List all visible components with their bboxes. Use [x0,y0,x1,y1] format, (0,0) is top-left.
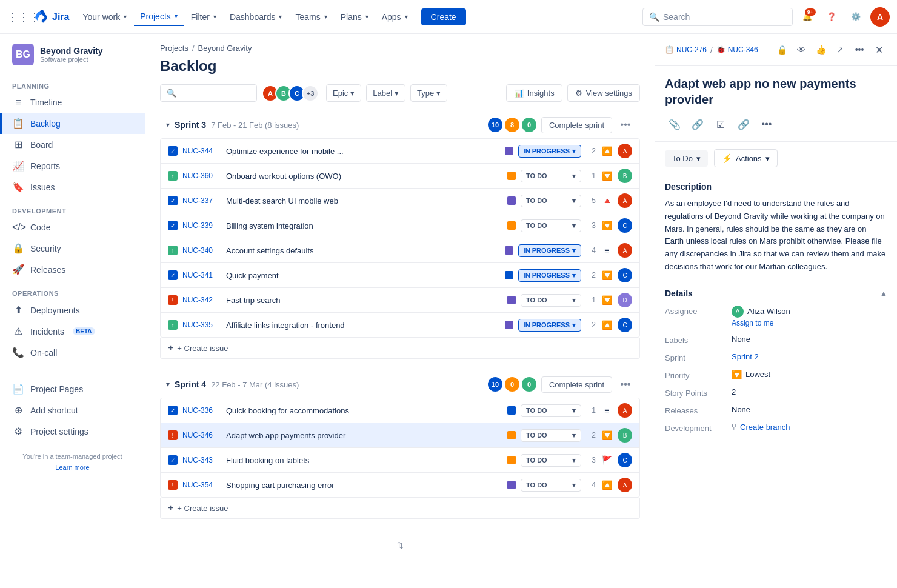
table-row[interactable]: ✓ NUC-339 Billing system integration TO … [161,213,639,238]
panel-close-btn[interactable]: ✕ [870,41,887,58]
table-row[interactable]: ! NUC-342 Fast trip search TO DO ▾ 1 🔽 D [161,288,639,313]
issue-key[interactable]: NUC-337 [182,196,221,205]
panel-more-btn[interactable]: ••• [851,41,868,58]
panel-lock-btn[interactable]: 🔒 [773,41,790,58]
resize-handle[interactable]: ⇅ [160,531,640,560]
table-row[interactable]: ✓ NUC-337 Multi-dest search UI mobile we… [161,189,639,213]
panel-like-btn[interactable]: 👍 [812,41,829,58]
panel-child-btn[interactable]: 🔗 [688,115,707,134]
sprint4-create-issue[interactable]: + + Create issue [160,498,640,519]
table-row[interactable]: ! NUC-346 Adapt web app payments provide… [161,423,639,448]
view-settings-button[interactable]: ⚙ View settings [567,84,640,102]
breadcrumb-project[interactable]: Beyond Gravity [198,44,252,53]
sidebar-learn-more[interactable]: Learn more [12,463,133,473]
search-filter-input[interactable] [180,89,250,98]
issue-status[interactable]: IN PROGRESS ▾ [518,269,581,282]
notifications-button[interactable]: 🔔 9+ [798,7,817,27]
plans-nav[interactable]: Plans ▾ [335,8,375,25]
issue-key[interactable]: NUC-335 [182,321,221,329]
status-dropdown[interactable]: To Do ▾ [665,150,708,167]
sidebar-item-add-shortcut[interactable]: ⊕ Add shortcut [0,399,145,421]
sidebar-item-project-settings[interactable]: ⚙ Project settings [0,421,145,442]
issue-key[interactable]: NUC-340 [182,246,221,255]
issue-status[interactable]: IN PROGRESS ▾ [518,319,581,332]
sidebar-item-deployments[interactable]: ⬆ Deployments [0,299,145,321]
issue-key[interactable]: NUC-343 [182,456,221,464]
help-button[interactable]: ❓ [822,7,841,27]
sidebar-item-reports[interactable]: 📈 Reports [0,155,145,176]
table-row[interactable]: ✓ NUC-341 Quick payment IN PROGRESS ▾ 2 … [161,263,639,288]
sidebar-item-security[interactable]: 🔒 Security [0,238,145,259]
insights-button[interactable]: 📊 Insights [506,84,562,102]
issue-key[interactable]: NUC-336 [182,406,221,415]
sidebar-item-backlog[interactable]: 📋 Backlog [0,113,145,134]
issue-key[interactable]: NUC-339 [182,221,221,230]
sidebar-item-releases[interactable]: 🚀 Releases [0,259,145,280]
table-row[interactable]: ! NUC-354 Shopping cart purchasing error… [161,473,639,497]
sidebar-item-code[interactable]: </> Code [0,217,145,238]
panel-link-btn[interactable]: 🔗 [734,115,753,134]
sprint3-create-issue[interactable]: + + Create issue [160,338,640,359]
teams-nav[interactable]: Teams ▾ [289,8,333,25]
sprint3-complete-button[interactable]: Complete sprint [541,117,612,133]
sidebar-item-incidents[interactable]: ⚠ Incidents BETA [0,321,145,342]
user-avatar[interactable]: A [870,7,890,27]
avatar-count[interactable]: +3 [302,85,319,102]
actions-dropdown[interactable]: ⚡ Actions ▾ [714,149,778,167]
search-box[interactable]: 🔍 Search [642,8,793,26]
create-branch-link[interactable]: Create branch [740,423,790,432]
label-filter[interactable]: Label ▾ [366,84,405,102]
issue-status[interactable]: TO DO ▾ [521,479,581,492]
table-row[interactable]: ✓ NUC-343 Fluid booking on tablets TO DO… [161,448,639,473]
type-filter[interactable]: Type ▾ [410,84,447,102]
issue-status[interactable]: TO DO ▾ [521,195,581,207]
projects-nav[interactable]: Projects ▾ [134,8,184,26]
table-row[interactable]: ✓ NUC-344 Optimize experience for mobile… [161,139,639,164]
issue-status[interactable]: IN PROGRESS ▾ [518,145,581,158]
panel-bc-parent[interactable]: 📋 NUC-276 [665,45,707,54]
panel-watch-btn[interactable]: 👁 [793,41,810,58]
panel-attach-btn[interactable]: 📎 [665,115,684,134]
sprint4-header[interactable]: ▾ Sprint 4 22 Feb - 7 Mar (4 issues) 10 … [160,371,640,398]
issue-key[interactable]: NUC-344 [182,147,221,155]
table-row[interactable]: ↑ NUC-340 Account settings defaults IN P… [161,238,639,263]
table-row[interactable]: ↑ NUC-360 Onboard workout options (OWO) … [161,164,639,189]
sidebar-item-issues[interactable]: 🔖 Issues [0,176,145,198]
sprint4-menu[interactable]: ••• [617,376,634,393]
epic-filter[interactable]: Epic ▾ [326,84,361,102]
issue-key[interactable]: NUC-341 [182,271,221,279]
sidebar-item-timeline[interactable]: ≡ Timeline [0,92,145,113]
breadcrumb-projects[interactable]: Projects [160,44,188,53]
assign-to-me-link[interactable]: Assign to me [732,319,790,327]
issue-status[interactable]: TO DO ▾ [521,170,581,182]
issue-status[interactable]: IN PROGRESS ▾ [518,244,581,257]
filter-nav[interactable]: Filter ▾ [185,8,222,25]
issue-status[interactable]: TO DO ▾ [521,429,581,442]
panel-share-btn[interactable]: ↗ [832,41,849,58]
sidebar-item-project-pages[interactable]: 📄 Project Pages [0,378,145,399]
sprint3-menu[interactable]: ••• [617,116,634,133]
apps-nav[interactable]: Apps ▾ [376,8,414,25]
sprint4-complete-button[interactable]: Complete sprint [541,376,612,393]
panel-bc-child[interactable]: 🐞 NUC-346 [716,45,758,54]
search-filter[interactable]: 🔍 [160,84,257,102]
panel-more-tools-btn[interactable]: ••• [757,115,776,134]
issue-key[interactable]: NUC-346 [182,431,221,439]
jira-logo[interactable]: Jira [34,10,69,24]
sprint-link[interactable]: Sprint 2 [732,352,759,361]
settings-button[interactable]: ⚙️ [846,7,865,27]
table-row[interactable]: ✓ NUC-336 Quick booking for accommodatio… [161,398,639,423]
panel-checklist-btn[interactable]: ☑ [711,115,730,134]
sprint3-header[interactable]: ▾ Sprint 3 7 Feb - 21 Feb (8 issues) 10 … [160,112,640,138]
issue-status[interactable]: TO DO ▾ [521,294,581,307]
create-button[interactable]: Create [421,8,466,25]
sidebar-item-oncall[interactable]: 📞 On-call [0,342,145,363]
details-header[interactable]: Details ▲ [665,289,887,298]
table-row[interactable]: ↑ NUC-335 Affiliate links integration - … [161,313,639,337]
issue-status[interactable]: TO DO ▾ [521,219,581,232]
apps-grid-button[interactable]: ⋮⋮⋮ [7,7,27,27]
issue-key[interactable]: NUC-354 [182,481,221,489]
issue-status[interactable]: TO DO ▾ [521,404,581,417]
sidebar-item-board[interactable]: ⊞ Board [0,134,145,155]
issue-key[interactable]: NUC-360 [182,172,221,180]
